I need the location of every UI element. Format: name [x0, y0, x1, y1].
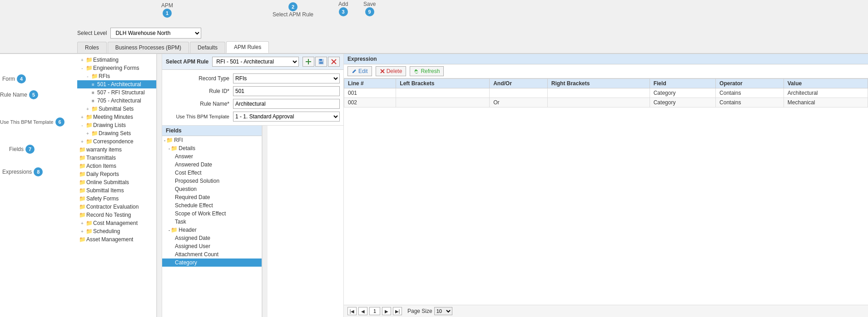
save-badge: 9	[365, 7, 374, 16]
select-level-dropdown[interactable]: DLH Warehouse North	[110, 28, 201, 39]
col-left-brackets: Left Brackets	[396, 79, 490, 88]
cell-field-1: Category	[650, 88, 715, 98]
tree-item-warranty[interactable]: 📁 warranty items	[77, 146, 156, 154]
add-badge: 3	[339, 7, 348, 16]
cell-and-or-2: Or	[490, 98, 548, 107]
cell-line-1: 001	[344, 88, 396, 98]
field-tree-answered-date[interactable]: Answered Date	[162, 161, 262, 169]
refresh-button[interactable]: Refresh	[410, 66, 444, 76]
rule-id-input[interactable]	[233, 86, 340, 96]
tree-item-daily-reports[interactable]: 📁 Daily Reports	[77, 170, 156, 178]
field-tree-category[interactable]: Category	[162, 258, 262, 267]
tree-item-safety-forms[interactable]: 📁 Safety Forms	[77, 195, 156, 203]
tab-defaults[interactable]: Defaults	[190, 42, 225, 53]
tab-roles[interactable]: Roles	[77, 42, 107, 53]
tree-item-engineering-forms[interactable]: - 📁 Engineering Forms	[77, 64, 156, 72]
delete-button[interactable]: Delete	[376, 66, 407, 76]
tree-item-correspondence[interactable]: + 📁 Correspondence	[77, 137, 156, 146]
tree-item-drawing-lists[interactable]: - 📁 Drawing Lists	[77, 121, 156, 129]
record-type-dropdown[interactable]: RFIs	[233, 73, 340, 83]
apm-label: APM	[161, 2, 173, 9]
cell-left-brackets-2	[396, 98, 490, 107]
cell-value-1: Architectural	[784, 88, 868, 98]
field-tree-assigned-user[interactable]: Assigned User	[162, 242, 262, 250]
tree-item-online-submittals[interactable]: 📁 Online Submittals	[77, 178, 156, 186]
select-apm-rule-badge: 2	[288, 2, 298, 11]
bpm-template-dropdown[interactable]: 1 - 1. Standard Approval	[233, 112, 340, 122]
col-field: Field	[650, 79, 715, 88]
add-label-top: Add	[338, 1, 348, 7]
page-size-select[interactable]: 10	[434, 307, 452, 315]
tree-item-meeting-minutes[interactable]: + 📁 Meeting Minutes	[77, 113, 156, 121]
expression-header: Expression	[344, 54, 868, 64]
tree-item-submittal-items[interactable]: 📁 Submittal Items	[77, 186, 156, 195]
table-row[interactable]: 002 Or Category Contains Mechanical	[344, 98, 868, 107]
apm-badge: 1	[163, 9, 172, 18]
tree-item-record-no-testing[interactable]: 📁 Record No Testing	[77, 211, 156, 219]
expressions-label-annot: Expressions	[2, 169, 32, 175]
select-apm-rule-label: Select APM Rule	[273, 11, 313, 18]
add-record-button[interactable]	[303, 57, 314, 67]
tree-item-507-structural[interactable]: ≡ 507 - RFI Structural	[77, 88, 156, 97]
field-tree-scope[interactable]: Scope of Work Effect	[162, 210, 262, 218]
select-level-label: Select Level	[77, 30, 107, 36]
field-tree-question[interactable]: Question	[162, 185, 262, 193]
pagination-row: |◀ ◀ ▶ ▶| Page Size 10	[344, 305, 868, 317]
expression-table: Line # Left Brackets And/Or Right Bracke…	[344, 78, 868, 107]
delete-record-button[interactable]	[328, 57, 340, 67]
cell-operator-1: Contains	[716, 88, 784, 98]
field-tree-schedule-effect[interactable]: Schedule Effect	[162, 201, 262, 210]
tree-item-transmittals[interactable]: 📁 Transmittals	[77, 154, 156, 162]
cell-left-brackets-1	[396, 88, 490, 98]
page-next-button[interactable]: ▶	[382, 307, 391, 315]
fields-label-annot: Fields	[9, 146, 24, 152]
field-tree-required-date[interactable]: Required Date	[162, 193, 262, 201]
col-right-brackets: Right Brackets	[547, 79, 650, 88]
page-first-button[interactable]: |◀	[347, 307, 357, 315]
bpm-template-row: Use This BPM Template 1 - 1. Standard Ap…	[166, 112, 340, 122]
page-prev-button[interactable]: ◀	[358, 307, 367, 315]
select-apm-rule-dropdown[interactable]: RFI - 501 - Architectural	[212, 57, 299, 67]
form-tree: + 📁 Estimating - 📁 Engineering Forms - 📁…	[77, 54, 156, 245]
tree-item-drawing-sets[interactable]: + 📁 Drawing Sets	[77, 129, 156, 137]
field-tree-answer[interactable]: Answer	[162, 152, 262, 161]
expressions-badge: 8	[34, 167, 43, 176]
svg-rect-3	[319, 59, 322, 61]
page-number-input[interactable]	[369, 307, 380, 315]
page-last-button[interactable]: ▶|	[393, 307, 402, 315]
rule-id-label: Rule ID*	[166, 88, 229, 94]
tab-bpm[interactable]: Business Processes (BPM)	[108, 42, 189, 53]
cell-field-2: Category	[650, 98, 715, 107]
tree-item-705-architectural[interactable]: ≡ 705 - Architectural	[77, 97, 156, 105]
table-row[interactable]: 001 Category Contains Architectural	[344, 88, 868, 98]
tree-item-action-items[interactable]: 📁 Action Items	[77, 162, 156, 170]
tree-item-submittal-sets[interactable]: + 📁 Submittal Sets	[77, 105, 156, 113]
fields-scrollbar[interactable]	[262, 126, 268, 317]
tree-item-rfis[interactable]: - 📁 RFIs	[77, 72, 156, 80]
field-tree-task[interactable]: Task	[162, 218, 262, 226]
tree-item-scheduling[interactable]: + 📁 Scheduling	[77, 227, 156, 235]
tree-item-estimating[interactable]: + 📁 Estimating	[77, 56, 156, 64]
tree-item-cost-management[interactable]: + 📁 Cost Management	[77, 219, 156, 227]
field-tree-rfi[interactable]: - 📁 RFI	[162, 136, 262, 144]
fields-panel-header: Fields	[162, 126, 262, 136]
field-tree-header[interactable]: - 📁 Header	[162, 226, 262, 234]
tree-item-asset-management[interactable]: 📁 Asset Management	[77, 235, 156, 244]
tree-item-501-architectural[interactable]: ≡ 501 - Architectural	[77, 80, 156, 88]
svg-rect-4	[319, 62, 323, 64]
rule-name-input[interactable]	[233, 99, 340, 109]
field-tree-details[interactable]: - 📁 Details	[162, 144, 262, 152]
tree-item-contractor-eval[interactable]: 📁 Contractor Evaluation	[77, 203, 156, 211]
tree-scrollbar[interactable]	[157, 54, 162, 317]
edit-button[interactable]: Edit	[347, 66, 372, 76]
field-tree-proposed-solution[interactable]: Proposed Solution	[162, 177, 262, 185]
field-tree-cost-effect[interactable]: Cost Effect	[162, 169, 262, 177]
record-type-row: Record Type RFIs	[166, 73, 340, 83]
record-type-label: Record Type	[166, 75, 229, 82]
col-value: Value	[784, 79, 868, 88]
tab-apm-rules[interactable]: APM Rules	[226, 41, 269, 53]
save-record-button[interactable]	[315, 57, 327, 67]
field-tree-attachment-count[interactable]: Attachment Count	[162, 250, 262, 258]
form-label-annot: Form	[2, 76, 15, 82]
field-tree-assigned-date[interactable]: Assigned Date	[162, 234, 262, 242]
